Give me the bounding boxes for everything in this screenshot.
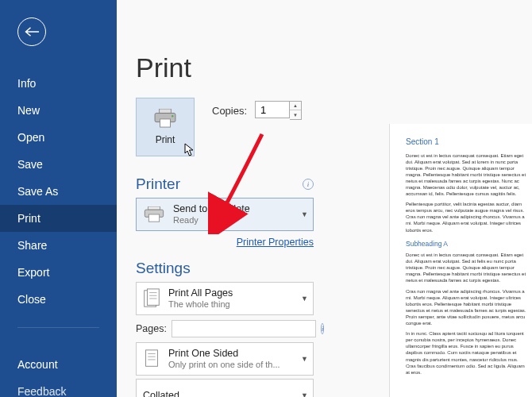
chevron-down-icon: ▼ xyxy=(301,391,308,397)
svg-rect-5 xyxy=(148,206,160,210)
print-preview-panel: Section 1 Donec ut est in lectus consequ… xyxy=(389,124,532,397)
pages-label: Pages: xyxy=(136,323,167,334)
print-range-title: Print All Pages xyxy=(168,287,293,299)
cursor-icon xyxy=(184,143,195,157)
preview-paragraph: In in nunc. Class aptent taciti sociosqu… xyxy=(406,330,527,376)
sidebar-item-print[interactable]: Print xyxy=(0,205,117,232)
sidebar-item-label: Info xyxy=(17,77,36,90)
preview-heading-1: Section 1 xyxy=(406,137,527,148)
sidebar-item-label: Save As xyxy=(17,185,58,198)
collated-selector[interactable]: Collated ▼ xyxy=(136,379,314,397)
info-icon[interactable]: i xyxy=(321,323,325,334)
sided-title: Print One Sided xyxy=(168,348,293,360)
back-arrow-icon xyxy=(25,26,39,37)
printer-selector[interactable]: Send to OneNote Ready ▼ xyxy=(136,198,314,231)
page-icon xyxy=(143,349,160,369)
sidebar-item-close[interactable]: Close xyxy=(0,286,117,313)
sidebar-item-share[interactable]: Share xyxy=(0,232,117,259)
copies-spin-down[interactable]: ▼ xyxy=(290,110,301,119)
preview-paragraph: Donec ut est in lectus consequat consequ… xyxy=(406,252,527,283)
sidebar-divider xyxy=(17,327,99,351)
preview-subheading: Subheading A xyxy=(406,240,527,249)
printer-section-label: Printer i xyxy=(136,175,314,193)
sidebar-item-label: Close xyxy=(17,293,46,306)
preview-paragraph: Cras non magna vel ante adipiscing rhonc… xyxy=(406,288,527,327)
sidebar-item-label: Open xyxy=(17,131,44,144)
printer-name: Send to OneNote xyxy=(173,203,293,215)
print-button-label: Print xyxy=(156,134,175,145)
info-icon[interactable]: i xyxy=(303,179,314,190)
chevron-down-icon: ▼ xyxy=(301,355,308,363)
sided-selector[interactable]: Print One Sided Only print on one side o… xyxy=(136,342,314,376)
sidebar-item-info[interactable]: Info xyxy=(0,70,117,97)
sidebar-item-account[interactable]: Account xyxy=(0,351,117,378)
print-button[interactable]: Print xyxy=(136,98,195,156)
sidebar-item-label: Export xyxy=(17,266,49,279)
sidebar-item-label: Save xyxy=(17,158,43,171)
sidebar-item-label: New xyxy=(17,104,40,117)
svg-rect-3 xyxy=(160,119,171,127)
printer-status: Ready xyxy=(173,215,293,225)
sidebar-item-label: Share xyxy=(17,239,47,252)
print-range-sub: The whole thing xyxy=(168,299,293,310)
collated-title: Collated xyxy=(143,390,293,398)
print-range-selector[interactable]: Print All Pages The whole thing ▼ xyxy=(136,282,314,315)
sidebar-item-label: Print xyxy=(17,212,40,225)
pages-input[interactable] xyxy=(172,320,316,337)
printer-properties-link[interactable]: Printer Properties xyxy=(237,237,314,248)
svg-rect-13 xyxy=(146,350,158,366)
svg-rect-1 xyxy=(160,109,172,114)
sidebar-item-feedback[interactable]: Feedback xyxy=(0,378,117,397)
backstage-sidebar: Info New Open Save Save As Print Share E… xyxy=(0,0,117,397)
back-button[interactable] xyxy=(17,17,46,46)
preview-paragraph: Pellentesque porttitor, velit lacinia eg… xyxy=(406,201,527,233)
sided-sub: Only print on one side of th... xyxy=(168,360,293,370)
copies-label: Copies: xyxy=(212,105,247,117)
chevron-down-icon: ▼ xyxy=(301,295,308,303)
pages-icon xyxy=(143,288,160,309)
svg-rect-7 xyxy=(148,214,159,222)
sidebar-item-label: Feedback xyxy=(17,385,66,397)
copies-spin-up[interactable]: ▲ xyxy=(290,102,301,110)
preview-document: Section 1 Donec ut est in lectus consequ… xyxy=(401,130,532,386)
sidebar-item-open[interactable]: Open xyxy=(0,124,117,151)
sidebar-item-label: Account xyxy=(17,358,58,371)
sidebar-item-export[interactable]: Export xyxy=(0,259,117,286)
printer-icon xyxy=(143,206,165,222)
page-title: Print xyxy=(136,52,518,83)
svg-rect-9 xyxy=(147,289,159,305)
sidebar-item-save[interactable]: Save xyxy=(0,151,117,178)
svg-point-4 xyxy=(172,115,173,117)
printer-icon xyxy=(153,109,177,128)
sidebar-item-save-as[interactable]: Save As xyxy=(0,178,117,205)
sidebar-item-new[interactable]: New xyxy=(0,97,117,124)
copies-input[interactable] xyxy=(255,101,290,118)
chevron-down-icon: ▼ xyxy=(301,210,308,218)
preview-paragraph: Donec ut est in lectus consequat consequ… xyxy=(406,152,527,198)
